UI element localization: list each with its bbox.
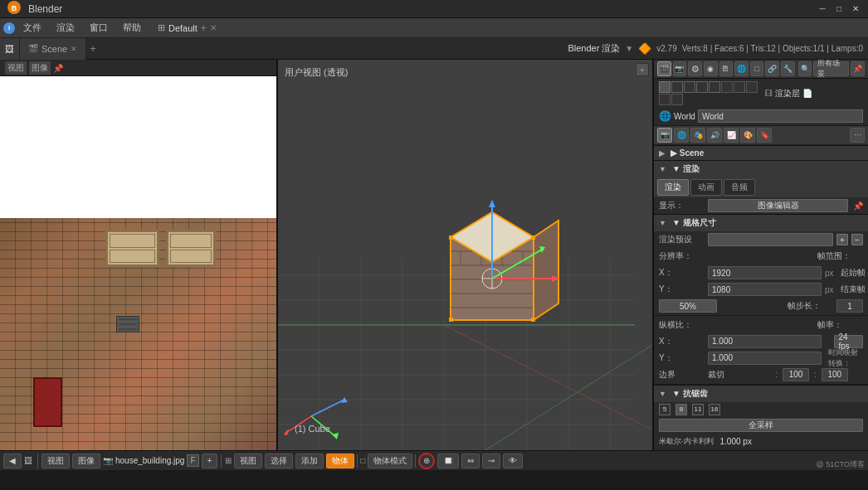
maximize-btn[interactable]: □ (833, 3, 845, 15)
preview-window-left (105, 230, 159, 267)
minimize-btn[interactable]: ─ (817, 3, 828, 15)
tms-old-input[interactable] (783, 368, 809, 381)
left-arrow-btn[interactable]: ◀ (3, 454, 22, 468)
display-pin[interactable]: 📌 (853, 201, 863, 211)
prop-icon-search[interactable]: 🔍 (798, 61, 812, 76)
tab-add-btn[interactable]: + (86, 42, 100, 55)
dimensions-header[interactable]: ▼ ▼ 规格尺寸 (654, 214, 868, 231)
render-scene-icon[interactable]: 🌐 (674, 128, 689, 143)
display-label: 显示： (659, 200, 705, 211)
render-more[interactable]: ⋯ (850, 128, 865, 143)
full-sample-btn[interactable]: 全采样 (659, 419, 863, 432)
render-stamp-icon[interactable]: 🔖 (757, 128, 772, 143)
scene-name: ▶ Scene (671, 148, 704, 158)
render-camera-icon[interactable]: 📷 (657, 128, 672, 143)
render-section-header[interactable]: ▼ ▼ 渲染 (654, 160, 868, 177)
image-menu[interactable]: 图像 (72, 454, 100, 468)
version-label: v2.79 (656, 44, 676, 53)
layer-btn-10[interactable] (671, 94, 683, 105)
aa-box-16[interactable]: 16 (709, 404, 720, 415)
mode-icon: □ (360, 456, 365, 465)
scene-tab-icon: 🎬 (28, 44, 38, 53)
close-btn[interactable]: ✕ (850, 3, 861, 15)
image-menu-btn[interactable]: 图像 (29, 61, 51, 75)
layer-btn-5[interactable] (709, 81, 720, 93)
prop-icon-modifier[interactable]: 🔧 (781, 61, 795, 76)
prop-icon-pin[interactable]: 📌 (851, 61, 865, 76)
add-btn-3d[interactable]: 添加 (295, 454, 324, 468)
tms-new-input[interactable] (822, 368, 848, 381)
preset-add-btn[interactable]: + (836, 234, 848, 245)
extra-btn[interactable]: 👁 (503, 454, 523, 468)
render-tab-render[interactable]: 渲染 (657, 179, 689, 196)
prop-icon-world[interactable]: 🌐 (734, 61, 749, 76)
menu-window[interactable]: 窗口 (83, 20, 115, 36)
render-post-icon[interactable]: 🎨 (740, 128, 755, 143)
prop-icon-texture[interactable]: 🖹 (719, 61, 734, 76)
ax-input[interactable] (708, 335, 822, 348)
prop-icon-settings[interactable]: ⚙ (688, 61, 702, 76)
layer-btn-1[interactable] (659, 81, 671, 93)
menu-render[interactable]: 渲染 (50, 20, 81, 36)
y-label: Y： (659, 284, 705, 295)
preset-remove-btn[interactable]: − (851, 234, 863, 245)
object-btn-3d[interactable]: 物体 (326, 454, 354, 468)
workspace-close[interactable]: ✕ (210, 23, 217, 32)
render-preset-row: 渲染预设 + − (654, 231, 868, 248)
layer-btn-3[interactable] (684, 81, 695, 93)
prop-icon-object[interactable]: □ (750, 61, 764, 76)
viewport-3d[interactable]: 用户视图 (透视) + (278, 60, 652, 450)
stats-label: Verts:8 | Faces:6 | Tris:12 | Objects:1/… (682, 44, 863, 53)
layer-btn-7[interactable] (734, 81, 745, 93)
view-menu-btn[interactable]: 视图 (5, 61, 27, 75)
render-layer-icon2: 📄 (802, 89, 812, 98)
f-label[interactable]: F (187, 454, 198, 467)
layer-btn-6[interactable] (721, 81, 733, 93)
menu-file[interactable]: 文件 (17, 20, 48, 36)
tab-scene[interactable]: 🎬 Scene ✕ (20, 38, 86, 60)
mode-btn[interactable]: 物体模式 (368, 454, 412, 468)
axis-btn[interactable]: ⊸ (482, 454, 500, 468)
layer-btn-4[interactable] (696, 81, 708, 93)
y-input[interactable] (708, 283, 822, 296)
render-perf-icon[interactable]: 📈 (724, 128, 739, 143)
workspace-add[interactable]: + (201, 22, 207, 34)
transform-btn[interactable]: ⇔ (461, 454, 480, 468)
percent-btn[interactable]: 50% (659, 299, 717, 313)
snap-btn[interactable]: 🔲 (437, 454, 459, 468)
world-input[interactable] (698, 109, 863, 123)
render-preset-value[interactable] (708, 233, 833, 246)
aa-box-5[interactable]: 5 (659, 404, 671, 415)
layer-btn-8[interactable] (746, 81, 758, 93)
scene-header[interactable]: ▶ ▶ Scene (654, 145, 868, 160)
x-input[interactable] (708, 266, 822, 279)
aa-box-11[interactable]: 11 (692, 404, 704, 415)
view-btn-3d[interactable]: 视图 (234, 454, 262, 468)
view-menu[interactable]: 视图 (41, 454, 70, 468)
prop-icon-render[interactable]: 📷 (673, 61, 687, 76)
display-value[interactable]: 图像编辑器 (708, 199, 848, 212)
x-label: X： (659, 267, 705, 279)
menu-help[interactable]: 帮助 (116, 20, 148, 36)
plus-btn[interactable]: + (202, 454, 218, 468)
aa-section-header[interactable]: ▼ ▼ 抗锯齿 (654, 385, 868, 402)
special-circle-btn[interactable]: ⊕ (418, 453, 435, 469)
prop-icon-material[interactable]: ◉ (704, 61, 718, 76)
render-sound-icon[interactable]: 🔊 (707, 128, 722, 143)
render-tab-anim[interactable]: 动画 (690, 179, 722, 196)
prop-icon-scene[interactable]: 🎬 (657, 61, 671, 76)
ay-input[interactable] (708, 352, 822, 365)
renderer-arrow: ▼ (625, 44, 633, 53)
prop-icon-constraint[interactable]: 🔗 (765, 61, 779, 76)
tab-close-icon[interactable]: ✕ (71, 45, 77, 53)
prop-icon-all-scenes[interactable]: 所有场景 (813, 61, 849, 76)
aa-box-8[interactable]: 8 (675, 404, 687, 415)
frame-step-input[interactable] (836, 299, 863, 313)
fps-value[interactable]: 24 fps (834, 335, 863, 348)
render-anim-icon[interactable]: 🎭 (690, 128, 705, 143)
layer-btn-2[interactable] (671, 81, 683, 93)
viewport-toggle[interactable]: + (636, 63, 649, 76)
layer-btn-9[interactable] (659, 94, 671, 105)
render-tab-audio[interactable]: 音频 (724, 179, 755, 196)
select-btn-3d[interactable]: 选择 (265, 454, 293, 468)
